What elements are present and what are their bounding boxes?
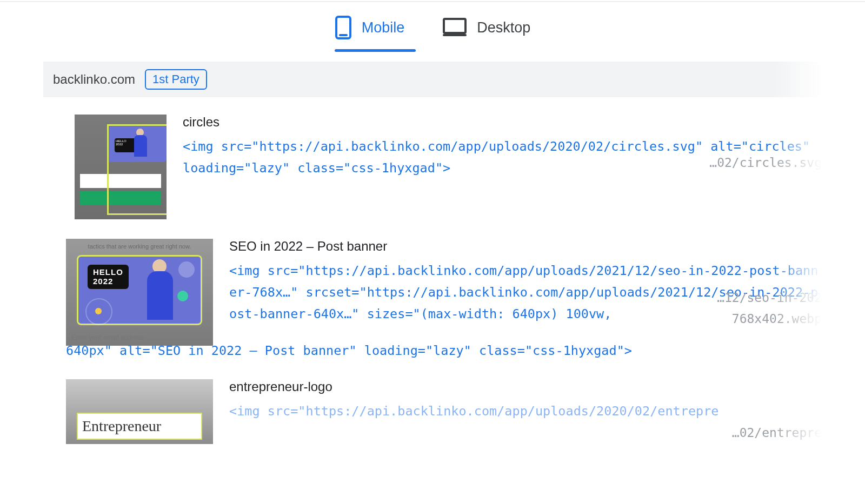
tab-desktop[interactable]: Desktop xyxy=(442,15,530,51)
tab-mobile[interactable]: Mobile xyxy=(335,15,405,51)
party-badge: 1st Party xyxy=(145,69,207,90)
mobile-icon xyxy=(335,15,352,40)
image-alt-title: entrepreneur-logo xyxy=(229,379,822,394)
image-alt-title: SEO in 2022 – Post banner xyxy=(229,239,822,254)
origin-header[interactable]: backlinko.com 1st Party xyxy=(43,62,822,97)
device-tabs: Mobile Desktop xyxy=(43,0,822,62)
image-list-item[interactable]: Entrepreneur entrepreneur-logo <img src=… xyxy=(43,372,822,456)
image-list: HELLO2022 circles <img src="https://api.… xyxy=(43,97,822,456)
image-element-code: <img src="https://api.backlinko.com/app/… xyxy=(229,401,822,422)
image-alt-title: circles xyxy=(183,115,822,130)
thumbnail: tactics that are working great right now… xyxy=(66,239,213,346)
image-list-item[interactable]: HELLO2022 circles <img src="https://api.… xyxy=(43,107,822,231)
thumbnail: Entrepreneur xyxy=(66,379,213,444)
image-url-path: …12/seo-in-202768x402.webp xyxy=(717,287,822,330)
image-list-item[interactable]: tactics that are working great right now… xyxy=(43,231,822,346)
tab-desktop-label: Desktop xyxy=(477,19,530,36)
desktop-icon xyxy=(442,17,467,38)
svg-rect-2 xyxy=(444,19,465,33)
image-url-path: …02/entrepre xyxy=(732,426,822,440)
origin-host: backlinko.com xyxy=(53,72,135,87)
image-url-path: …02/circles.svg xyxy=(709,156,822,170)
tab-mobile-label: Mobile xyxy=(362,19,405,36)
thumbnail: HELLO2022 xyxy=(75,115,167,219)
